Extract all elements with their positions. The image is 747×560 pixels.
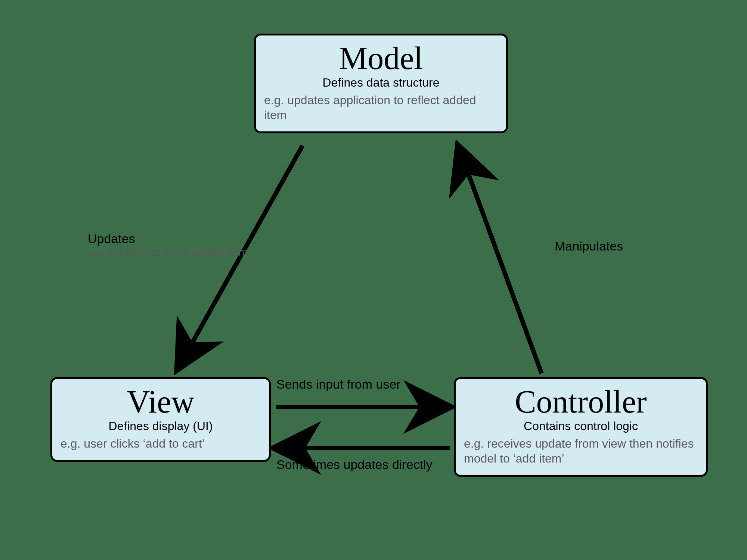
edge-label-updates-sub: e.g. list item to show added item	[88, 246, 282, 259]
controller-subtitle: Contains control logic	[464, 419, 698, 433]
controller-example: e.g. receives update from view then noti…	[464, 436, 698, 466]
edge-label-sometimes: Sometimes updates directly	[276, 457, 433, 472]
model-title: Model	[264, 42, 498, 74]
edge-label-sends-main: Sends input from user	[276, 377, 401, 392]
arrow-controller-to-model	[459, 149, 542, 373]
model-example: e.g. updates application to reflect adde…	[264, 93, 498, 122]
controller-node: Controller Contains control logic e.g. r…	[454, 377, 708, 477]
edge-label-sometimes-main: Sometimes updates directly	[276, 457, 433, 472]
edge-label-manipulates-main: Manipulates	[555, 239, 623, 253]
model-subtitle: Defines data structure	[264, 76, 498, 90]
edge-label-manipulates: Manipulates	[555, 239, 623, 253]
edge-label-updates-main: Updates	[88, 231, 282, 246]
view-example: e.g. user clicks ‘add to cart’	[61, 436, 261, 451]
view-title: View	[61, 386, 261, 418]
view-node: View Defines display (UI) e.g. user clic…	[50, 377, 271, 462]
edge-label-sends: Sends input from user	[276, 377, 401, 392]
edge-label-updates: Updates e.g. list item to show added ite…	[88, 231, 282, 259]
view-subtitle: Defines display (UI)	[61, 419, 261, 433]
model-node: Model Defines data structure e.g. update…	[254, 34, 508, 133]
controller-title: Controller	[464, 386, 698, 418]
